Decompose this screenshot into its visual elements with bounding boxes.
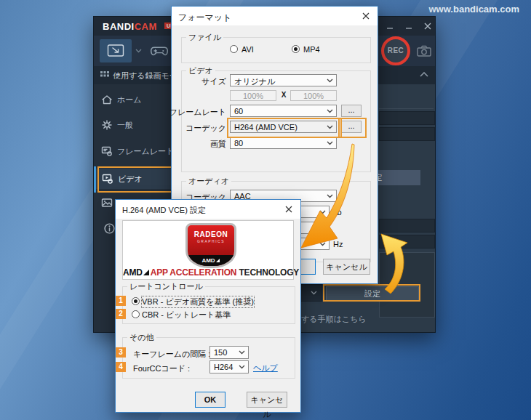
codec-settings-dialog: H.264 (AMD VCE) 設定 RADEON GRAPHICS AMD A…: [115, 199, 301, 413]
framerate-label: フレームレート: [162, 107, 226, 118]
keyframe-dropdown[interactable]: 150: [209, 346, 249, 359]
group-label: レートコントロール: [127, 282, 205, 291]
logo-bandi: BANDI: [103, 21, 135, 32]
fourcc-label: FourCCコード :: [133, 363, 190, 374]
camera-icon[interactable]: [417, 45, 431, 57]
ok-button[interactable]: OK: [195, 392, 225, 408]
partial-field[interactable]: [379, 219, 435, 233]
sidebar-item-label: ホーム: [117, 94, 142, 105]
scale-separator: X: [279, 91, 289, 99]
avi-radio[interactable]: [230, 45, 238, 53]
image-icon: [101, 197, 113, 209]
keyframe-value: 150: [214, 348, 227, 357]
sidebar-item-video[interactable]: ビデオ: [96, 169, 172, 189]
dialog-title: H.264 (AMD VCE) 設定: [122, 205, 206, 216]
framerate-dropdown[interactable]: 60: [230, 105, 337, 117]
sidebar-item-label: ビデオ: [118, 174, 143, 185]
desktop: www.bandicam.com BANDICAM UNREGIS REC 使用…: [0, 0, 531, 420]
cancel-button[interactable]: キャンセル: [323, 259, 370, 275]
help-link[interactable]: ヘルプ: [253, 363, 278, 373]
framerate-icon: [101, 145, 113, 157]
codec-dropdown[interactable]: H264 (AMD VCE): [230, 121, 337, 133]
amd-tagline: AMDAPP ACCELERATION TECHNOLOGY: [123, 267, 293, 278]
codec-label: コーデック: [162, 123, 226, 134]
divider: [379, 108, 434, 109]
rec-button[interactable]: REC: [381, 36, 410, 65]
step-badge-2: 2: [116, 309, 126, 319]
quality-label: 画質: [162, 139, 226, 150]
sidebar-item-framerate[interactable]: フレームレート: [94, 142, 172, 161]
partial-field[interactable]: [379, 111, 435, 125]
avi-radio-label[interactable]: AVI: [241, 45, 254, 54]
partial-field[interactable]: [379, 235, 435, 249]
close-icon[interactable]: [282, 203, 295, 215]
scale-width-field[interactable]: 100%: [230, 90, 276, 101]
minimize-to-tray-button[interactable]: [402, 20, 415, 32]
grid-icon: [100, 71, 109, 80]
sidebar-item-home[interactable]: ホーム: [94, 91, 172, 110]
amd-banner: RADEON GRAPHICS AMD AMDAPP ACCELERATION …: [122, 220, 294, 280]
dialog-title-bar: H.264 (AMD VCE) 設定: [116, 200, 300, 219]
collapse-chevron-icon[interactable]: [420, 72, 428, 77]
screen-recording-mode-button[interactable]: [100, 39, 132, 62]
group-label: オーディオ: [186, 177, 231, 185]
fourcc-dropdown[interactable]: H264: [209, 360, 249, 373]
size-dropdown[interactable]: オリジナル: [230, 74, 337, 86]
group-label: ファイル: [186, 33, 223, 41]
codec-value: H264 (AMD VCE): [234, 123, 298, 132]
amd-arrow-icon: [143, 270, 149, 275]
partial-panel: [379, 252, 435, 318]
codec-more-button[interactable]: ...: [341, 121, 362, 133]
shield-subtitle: GRAPHICS: [188, 239, 234, 243]
mp4-radio-label[interactable]: MP4: [303, 45, 320, 54]
size-value: オリジナル: [234, 77, 275, 86]
cancel-button[interactable]: キャンセル: [247, 392, 287, 408]
close-icon[interactable]: [359, 10, 372, 22]
step-badge-3: 3: [116, 347, 126, 358]
logo-cam: CAM: [135, 21, 157, 32]
cbr-radio-label[interactable]: CBR - ビットレート基準: [142, 310, 231, 320]
group-label: その他: [127, 333, 156, 342]
dialog-title: フォーマット: [178, 12, 231, 24]
framerate-more-button[interactable]: ...: [341, 105, 362, 117]
step-badge-4: 4: [116, 362, 126, 372]
vbr-radio-label[interactable]: VBR - ビデオ画質を基準 (推奨): [142, 296, 254, 307]
cbr-radio[interactable]: [132, 310, 140, 318]
rec-label: REC: [388, 47, 404, 54]
tagline-black: TECHNOLOGY: [239, 267, 299, 278]
settings-button[interactable]: 設定: [326, 286, 419, 301]
shield-brand: AMD: [201, 257, 215, 264]
bandicam-logo: BANDICAM: [103, 21, 157, 32]
quality-dropdown[interactable]: 80: [230, 137, 337, 149]
sidebar-item-label: 一般: [117, 120, 133, 131]
shield-amd-band: AMD: [188, 255, 234, 266]
sidebar-item-general[interactable]: 一般: [94, 116, 172, 135]
gear-icon: [101, 119, 113, 131]
chevron-down-icon[interactable]: [135, 49, 142, 53]
fourcc-value: H264: [214, 363, 233, 371]
shield-title: RADEON: [188, 230, 234, 238]
keyframe-label: キーフレームの間隔 :: [133, 349, 210, 360]
watermark: www.bandicam.com: [429, 4, 520, 15]
tagline-red: APP ACCELERATION: [151, 267, 237, 278]
bitrate-unit: kb: [333, 208, 342, 217]
scale-height-field[interactable]: 100%: [290, 90, 337, 101]
size-label: サイズ: [162, 76, 226, 87]
mp4-radio[interactable]: [292, 45, 300, 53]
radeon-shield-logo: RADEON GRAPHICS AMD: [185, 223, 236, 268]
amd-arrow-icon: [216, 259, 220, 262]
tutorial-link[interactable]: する手順はこちら: [301, 314, 367, 325]
file-group: ファイル: [181, 37, 371, 63]
vbr-radio[interactable]: [132, 297, 140, 305]
dialog-title-bar: フォーマット: [172, 7, 378, 25]
step-badge-1: 1: [116, 296, 126, 306]
tagline-brand: AMD: [123, 267, 143, 278]
minimize-button[interactable]: [383, 20, 396, 32]
quality-value: 80: [234, 139, 243, 148]
partial-field[interactable]: [379, 127, 435, 141]
home-icon: [101, 94, 113, 105]
frequency-unit: Hz: [333, 240, 343, 249]
close-icon[interactable]: [421, 20, 434, 32]
info-icon: [103, 222, 116, 235]
video-icon: [102, 173, 113, 185]
